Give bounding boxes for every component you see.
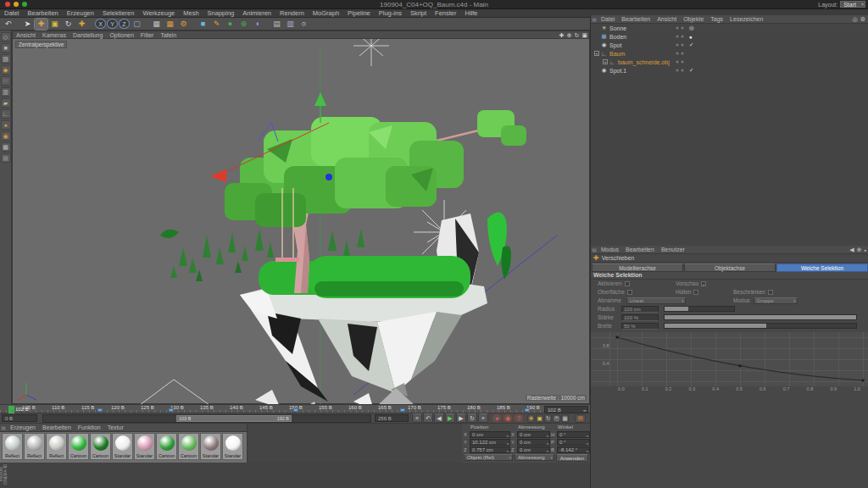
light-button[interactable]: ○ <box>298 19 310 30</box>
zoom-view-icon[interactable]: ⊕ <box>567 32 572 39</box>
render-settings-button[interactable]: ⚙ <box>177 19 190 30</box>
target-icon[interactable]: ◎ <box>853 16 858 23</box>
material-menu-item[interactable]: Bearbeiten <box>39 424 75 430</box>
play-button[interactable]: ▶ <box>445 413 455 423</box>
menu-item[interactable]: Mesh <box>179 9 203 17</box>
attribute-tab[interactable]: Weiche Selektion <box>776 263 868 272</box>
workplane-mode-button[interactable]: ◆ <box>1 65 11 75</box>
magnifier-icon[interactable]: ⊕ <box>857 247 862 253</box>
object-manager-menu-item[interactable]: Objekte <box>680 16 707 22</box>
panel-grip-icon[interactable]: ▤ <box>591 16 598 22</box>
object-name[interactable]: baum_schneide.obj <box>618 59 670 65</box>
material-menu-item[interactable]: Erzeugen <box>7 424 39 430</box>
visibility-toggles[interactable] <box>676 69 684 72</box>
keyframe-marker[interactable] <box>97 408 103 412</box>
key-parameter-toggle[interactable]: Ⓟ <box>553 414 560 423</box>
restrict-checkbox[interactable] <box>768 290 773 295</box>
panel-grip-icon[interactable]: ▤ <box>0 424 7 430</box>
x-axis-lock-button[interactable]: X <box>95 19 106 29</box>
mode-dropdown[interactable]: Gruppe <box>754 297 798 304</box>
keyframe-marker[interactable] <box>169 408 174 412</box>
last-tool-button[interactable]: ✚ <box>75 19 88 30</box>
separator[interactable] <box>15 19 20 30</box>
mograph-button[interactable]: ⊛ <box>237 19 250 30</box>
surface-checkbox[interactable] <box>627 290 632 295</box>
visibility-toggles[interactable] <box>676 52 684 55</box>
object-row[interactable]: ◉ Spot.1 ✓ <box>591 66 868 75</box>
rotate-tool-button[interactable]: ↻ <box>62 19 75 30</box>
attribute-manager-menu-item[interactable]: Benutzer <box>658 247 688 252</box>
menu-item[interactable]: Hilfe <box>461 9 482 17</box>
falloff-curve[interactable] <box>591 332 868 386</box>
scale-tool-button[interactable]: ▣ <box>48 19 61 30</box>
keyframe-marker[interactable] <box>293 408 298 412</box>
menu-item[interactable]: Pipeline <box>343 9 375 17</box>
object-tag-icon[interactable]: ✓ <box>689 42 693 48</box>
object-name[interactable]: Spot.1 <box>609 68 626 74</box>
generators-button[interactable]: ● <box>224 19 236 30</box>
island-rocks[interactable] <box>140 214 487 405</box>
coordinate-field[interactable]: 0 cm <box>470 431 510 438</box>
workplane-snap-button[interactable]: ▩ <box>1 153 11 163</box>
autokeying-button[interactable]: ◉ <box>503 413 513 423</box>
hulls-checkbox[interactable] <box>693 290 698 295</box>
viewport[interactable]: AnsichtKamerasDarstellungOptionenFilterT… <box>12 30 590 404</box>
menu-item[interactable]: Skript <box>406 9 431 17</box>
undo-button[interactable]: ↶ <box>2 19 14 30</box>
y-axis-lock-button[interactable]: Y <box>107 19 118 29</box>
material-thumbnail[interactable]: Standar <box>222 433 243 460</box>
attribute-tab[interactable]: Objektachse <box>684 263 776 272</box>
preview-range-bar[interactable]: 103 B 192 B <box>176 415 292 422</box>
previous-key-button[interactable]: ↶ <box>423 413 433 423</box>
visibility-toggles[interactable] <box>676 35 684 38</box>
material-thumbnail[interactable]: Reflect <box>24 433 45 460</box>
loop-button[interactable]: ↻ <box>467 413 477 423</box>
material-thumbnail[interactable]: Standar <box>200 433 221 460</box>
object-row[interactable]: + ∟ Baum <box>591 49 868 58</box>
menu-item[interactable]: Snapping <box>203 9 239 17</box>
menu-item[interactable]: Erzeugen <box>63 9 98 17</box>
keyframe-options-button[interactable]: ? <box>514 413 524 423</box>
object-manager-menu-item[interactable]: Lesezeichen <box>726 16 766 22</box>
object-row[interactable]: + ∟ baum_schneide.obj <box>591 58 868 66</box>
history-back-icon[interactable]: ◀ <box>849 247 854 253</box>
material-thumbnail[interactable]: Standar <box>112 433 133 460</box>
3d-scene[interactable] <box>13 39 591 405</box>
coordinate-field[interactable]: 0 ° <box>557 431 590 438</box>
visibility-toggles[interactable] <box>676 60 684 64</box>
enable-axis-button[interactable]: ∟ <box>1 109 11 119</box>
add-primitive-button[interactable]: ■ <box>197 19 209 30</box>
viewport-menu-item[interactable]: Darstellung <box>70 32 106 38</box>
lock-icon[interactable]: ▪ <box>865 247 866 253</box>
material-thumbnail[interactable]: Cartoon <box>90 433 111 460</box>
coordinate-field[interactable]: 0 cm <box>517 431 550 438</box>
environment-button[interactable]: ▤ <box>270 19 283 30</box>
menu-item[interactable]: Animieren <box>238 9 275 17</box>
previous-frame-button[interactable]: ◀ <box>434 413 444 423</box>
enable-checkbox[interactable] <box>625 281 630 286</box>
object-row[interactable]: ▦ Boden ● <box>591 32 868 41</box>
autokey-frame-button[interactable]: ▤ <box>575 414 586 423</box>
range-end-field[interactable]: 256 B <box>375 414 409 422</box>
attribute-manager-menu-item[interactable]: Bearbeiten <box>622 247 658 252</box>
object-manager-menu-item[interactable]: Ansicht <box>654 16 680 22</box>
separator[interactable] <box>89 19 94 30</box>
timeline-ruler[interactable]: 102 B 105 B110 B115 B120 B125 B130 B135 … <box>0 404 590 413</box>
points-mode-button[interactable]: ∷ <box>1 76 11 86</box>
viewport-menu-item[interactable]: Kameras <box>39 32 70 38</box>
object-name[interactable]: Spot <box>609 42 621 48</box>
move-tool-button[interactable]: ✚ <box>35 19 47 30</box>
material-thumbnail[interactable]: Reflect <box>2 433 23 460</box>
radius-slider[interactable] <box>664 306 735 312</box>
separator[interactable] <box>264 19 270 30</box>
strength-field[interactable]: 100 % <box>621 314 659 321</box>
viewport-menu-item[interactable]: Filter <box>137 32 158 38</box>
record-keyframe-button[interactable]: ● <box>492 413 502 423</box>
size-mode-dropdown[interactable]: Abmessung <box>515 454 554 461</box>
object-name[interactable]: Sonne <box>609 25 626 31</box>
two-viewports-button[interactable]: ▥ <box>284 19 297 30</box>
menu-item[interactable]: Rendern <box>275 9 309 17</box>
object-tag-icon[interactable]: ◎ <box>689 25 694 31</box>
jump-end-button[interactable]: » <box>478 413 488 423</box>
visibility-toggles[interactable] <box>676 26 684 30</box>
